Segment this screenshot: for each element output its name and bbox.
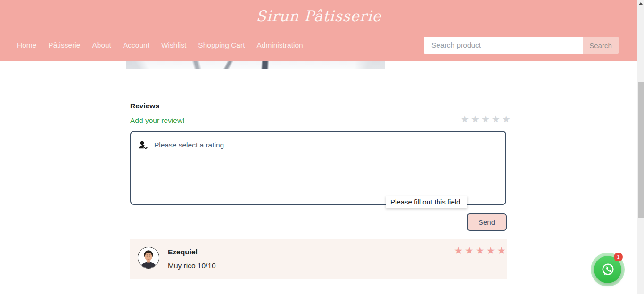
- nav-item-shopping-cart[interactable]: Shopping Cart: [198, 41, 245, 49]
- nav-item-patisserie[interactable]: Pâtisserie: [48, 41, 80, 49]
- send-button[interactable]: Send: [467, 213, 507, 231]
- nav-item-account[interactable]: Account: [123, 41, 149, 49]
- reviewer-avatar: [138, 247, 159, 269]
- rating-star-selector[interactable]: [461, 114, 512, 125]
- star-icon[interactable]: [481, 114, 492, 124]
- star-icon[interactable]: [471, 114, 481, 124]
- star-icon[interactable]: [492, 114, 502, 124]
- nav-item-wishlist[interactable]: Wishlist: [161, 41, 186, 49]
- scrollbar-track[interactable]: [637, 0, 644, 294]
- page: Sirun Pâtisserie Home Pâtisserie About A…: [0, 0, 644, 294]
- rating-placeholder-row: Please select a rating: [139, 140, 224, 150]
- rating-placeholder-text: Please select a rating: [154, 141, 224, 149]
- search-button[interactable]: Search: [583, 37, 619, 54]
- nav-item-home[interactable]: Home: [17, 41, 36, 49]
- star-icon: [476, 245, 487, 256]
- review-card: Ezequiel Muy rico 10/10: [130, 239, 507, 279]
- review-text: Muy rico 10/10: [168, 261, 216, 270]
- star-icon[interactable]: [461, 114, 471, 124]
- product-image-partial: [126, 61, 385, 69]
- notification-badge: 1: [614, 253, 623, 261]
- reviews-section-title: Reviews: [130, 102, 159, 110]
- star-icon[interactable]: [502, 114, 512, 124]
- scroll-up-arrow-icon[interactable]: [639, 2, 643, 5]
- nav-item-administration[interactable]: Administration: [256, 41, 303, 49]
- review-text-area[interactable]: Please select a rating: [130, 131, 506, 205]
- site-header: Sirun Pâtisserie Home Pâtisserie About A…: [0, 0, 637, 61]
- review-rating-stars: [454, 245, 508, 256]
- reviewer-name: Ezequiel: [168, 248, 198, 256]
- search-bar: Search: [424, 37, 619, 54]
- star-icon: [486, 245, 497, 256]
- star-icon: [454, 245, 465, 256]
- brand-logo[interactable]: Sirun Pâtisserie: [0, 8, 637, 24]
- nav-item-about[interactable]: About: [92, 41, 111, 49]
- validation-tooltip: Please fill out this field.: [386, 196, 467, 208]
- star-icon: [465, 245, 476, 256]
- star-icon: [497, 245, 508, 256]
- scrollbar-thumb[interactable]: [638, 82, 644, 218]
- main-nav: Home Pâtisserie About Account Wishlist S…: [17, 41, 303, 49]
- search-input[interactable]: [424, 37, 583, 54]
- add-review-label: Add your review!: [130, 116, 184, 125]
- person-check-icon: [139, 140, 148, 150]
